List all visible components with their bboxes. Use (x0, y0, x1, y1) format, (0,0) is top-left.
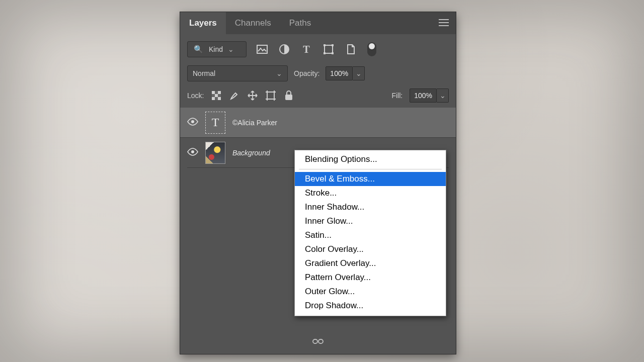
layer-name[interactable]: ©Alicia Parker (232, 119, 277, 127)
lock-transparent-icon[interactable] (211, 90, 222, 101)
menu-item-outer-glow[interactable]: Outer Glow... (295, 285, 446, 299)
svg-rect-3 (324, 44, 326, 46)
chevron-down-icon: ⌄ (228, 45, 234, 53)
svg-rect-8 (212, 91, 215, 94)
fill-value[interactable]: 100% (410, 88, 437, 103)
filter-pixel-icon[interactable] (256, 43, 269, 56)
fill-label: Fill: (391, 92, 403, 100)
filter-type-icon[interactable]: T (300, 43, 313, 56)
tab-paths[interactable]: Paths (280, 12, 320, 34)
svg-rect-12 (218, 97, 221, 100)
svg-rect-13 (267, 92, 274, 99)
blend-mode-select[interactable]: Normal ⌄ (187, 65, 288, 81)
svg-rect-9 (218, 91, 221, 94)
menu-item-blending-options[interactable]: Blending Options... (295, 152, 446, 166)
svg-rect-10 (215, 94, 218, 97)
lock-brush-icon[interactable] (229, 90, 240, 101)
menu-item-pattern-overlay[interactable]: Pattern Overlay... (295, 270, 446, 285)
menu-item-inner-shadow[interactable]: Inner Shadow... (295, 200, 446, 214)
svg-rect-2 (325, 45, 333, 53)
opacity-label: Opacity: (294, 69, 319, 77)
svg-rect-0 (257, 45, 267, 53)
visibility-eye-icon[interactable] (187, 148, 198, 157)
svg-rect-4 (332, 44, 334, 46)
svg-rect-6 (332, 52, 334, 54)
search-icon: 🔍 (193, 44, 204, 55)
lock-all-icon[interactable] (283, 90, 294, 101)
chevron-down-icon: ⌄ (276, 69, 282, 77)
svg-point-16 (191, 150, 194, 153)
svg-rect-5 (324, 52, 326, 54)
svg-point-15 (191, 120, 194, 123)
filter-adjust-icon[interactable] (278, 43, 291, 56)
lock-label: Lock: (187, 92, 204, 100)
layer-thumb-image (205, 142, 225, 164)
menu-separator (299, 169, 442, 169)
filter-toggle[interactable] (367, 42, 376, 56)
menu-item-color-overlay[interactable]: Color Overlay... (295, 242, 446, 256)
filter-shape-icon[interactable] (322, 43, 335, 56)
link-layers-icon[interactable] (312, 336, 324, 347)
svg-rect-14 (285, 95, 292, 100)
opacity-dropdown[interactable]: ⌄ (353, 66, 365, 80)
filter-kind-select[interactable]: 🔍 Kind ⌄ (187, 41, 247, 57)
tab-channels[interactable]: Channels (226, 12, 280, 34)
svg-rect-17 (313, 339, 317, 343)
menu-item-gradient-overlay[interactable]: Gradient Overlay... (295, 256, 446, 270)
menu-item-stroke[interactable]: Stroke... (295, 186, 446, 200)
panel-menu-icon[interactable] (439, 19, 449, 28)
layer-style-context-menu: Blending Options... Bevel & Emboss... St… (294, 150, 446, 316)
blend-mode-value: Normal (193, 69, 215, 77)
menu-item-drop-shadow[interactable]: Drop Shadow... (295, 299, 446, 313)
blend-mode-row: Normal ⌄ Opacity: 100% ⌄ (180, 60, 456, 86)
layer-thumb-text: T (205, 112, 225, 134)
layer-name[interactable]: Background (232, 149, 270, 157)
fill-dropdown[interactable]: ⌄ (437, 88, 449, 103)
visibility-eye-icon[interactable] (187, 118, 198, 127)
lock-artboard-icon[interactable] (265, 90, 276, 101)
menu-item-bevel-emboss[interactable]: Bevel & Emboss... (295, 172, 446, 186)
panel-bottom-toolbar (180, 336, 456, 350)
layer-filter-row: 🔍 Kind ⌄ T (180, 34, 456, 60)
lock-move-icon[interactable] (247, 90, 258, 101)
tab-layers[interactable]: Layers (180, 12, 226, 34)
svg-rect-11 (212, 97, 215, 100)
filter-kind-label: Kind (209, 45, 223, 53)
filter-smart-icon[interactable] (344, 43, 357, 56)
menu-item-inner-glow[interactable]: Inner Glow... (295, 214, 446, 228)
layer-row[interactable]: T ©Alicia Parker (180, 108, 456, 138)
panel-tabbar: Layers Channels Paths (180, 12, 456, 34)
lock-row: Lock: Fill: 100% ⌄ (180, 86, 456, 108)
opacity-value[interactable]: 100% (326, 66, 353, 80)
menu-item-satin[interactable]: Satin... (295, 228, 446, 242)
svg-rect-18 (318, 339, 323, 343)
